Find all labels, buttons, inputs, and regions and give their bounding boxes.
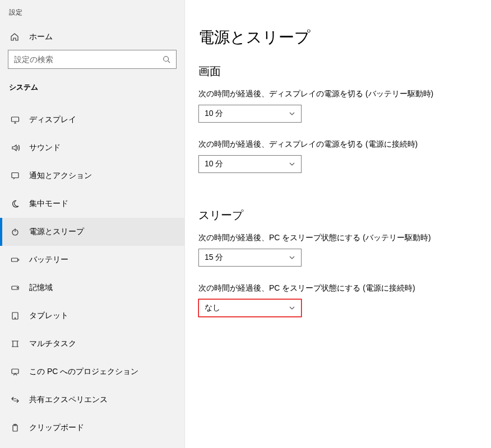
sidebar-category: システム [0, 79, 184, 100]
home-nav[interactable]: ホーム [0, 26, 184, 50]
svg-rect-4 [12, 258, 18, 262]
sleep-plugged-setting: 次の時間が経過後、PC をスリープ状態にする (電源に接続時) なし [198, 283, 478, 317]
sidebar-item-shared[interactable]: 共有エクスペリエンス [0, 386, 184, 414]
battery-icon [10, 255, 20, 264]
sidebar-item-display[interactable]: ディスプレイ [0, 106, 184, 134]
sidebar-item-label: 電源とスリープ [29, 227, 84, 237]
svg-point-0 [164, 57, 169, 62]
setting-label: 次の時間が経過後、ディスプレイの電源を切る (バッテリー駆動時) [198, 89, 478, 99]
notification-icon [10, 171, 20, 180]
chevron-down-icon [289, 254, 295, 261]
sound-icon [10, 143, 20, 152]
section-sleep-heading: スリープ [198, 208, 478, 223]
dropdown-value: 15 分 [205, 253, 223, 263]
dropdown-value: なし [205, 303, 220, 313]
sidebar-item-notifications[interactable]: 通知とアクション [0, 162, 184, 190]
sidebar-item-label: バッテリー [29, 255, 68, 265]
svg-rect-2 [12, 173, 18, 178]
sidebar-item-label: タブレット [29, 311, 68, 321]
svg-point-8 [15, 318, 15, 318]
sidebar-item-tablet[interactable]: タブレット [0, 302, 184, 330]
sidebar-item-storage[interactable]: 記憶域 [0, 274, 184, 302]
multitask-icon [10, 339, 20, 348]
sidebar: 設定 ホーム システム [0, 0, 185, 448]
sidebar-item-clipboard[interactable]: クリップボード [0, 414, 184, 442]
setting-label: 次の時間が経過後、PC をスリープ状態にする (電源に接続時) [198, 283, 478, 293]
sidebar-item-power[interactable]: 電源とスリープ [0, 218, 184, 246]
shared-icon [10, 395, 20, 404]
sleep-battery-dropdown[interactable]: 15 分 [198, 249, 302, 267]
sidebar-item-multitask[interactable]: マルチタスク [0, 330, 184, 358]
svg-rect-10 [13, 425, 17, 431]
sidebar-item-label: クリップボード [29, 423, 84, 433]
clipboard-icon [10, 423, 20, 432]
sleep-battery-setting: 次の時間が経過後、PC をスリープ状態にする (バッテリー駆動時) 15 分 [198, 233, 478, 267]
svg-rect-9 [12, 369, 18, 374]
sidebar-item-label: 記憶域 [29, 283, 53, 293]
main-content: 電源とスリープ 画面 次の時間が経過後、ディスプレイの電源を切る (バッテリー駆… [185, 0, 491, 448]
chevron-down-icon [289, 161, 295, 167]
display-icon [10, 115, 20, 124]
search-field[interactable] [14, 55, 163, 64]
home-icon [10, 32, 20, 41]
sidebar-nav: ディスプレイ サウンド 通知とアクション 集中モード [0, 106, 184, 442]
setting-label: 次の時間が経過後、PC をスリープ状態にする (バッテリー駆動時) [198, 233, 478, 243]
moon-icon [10, 199, 20, 208]
screen-battery-dropdown[interactable]: 10 分 [198, 105, 302, 123]
dropdown-value: 10 分 [205, 109, 223, 119]
sidebar-item-label: 通知とアクション [29, 171, 92, 181]
sidebar-item-label: この PC へのプロジェクション [29, 367, 138, 377]
search-input[interactable] [8, 50, 177, 69]
setting-label: 次の時間が経過後、ディスプレイの電源を切る (電源に接続時) [198, 139, 478, 150]
power-icon [10, 227, 20, 236]
sidebar-item-label: ディスプレイ [29, 115, 76, 125]
section-screen-heading: 画面 [198, 64, 478, 79]
sidebar-item-label: マルチタスク [29, 339, 76, 349]
sidebar-item-sound[interactable]: サウンド [0, 134, 184, 162]
app-title: 設定 [0, 6, 184, 26]
projection-icon [10, 367, 20, 376]
screen-battery-setting: 次の時間が経過後、ディスプレイの電源を切る (バッテリー駆動時) 10 分 [198, 89, 478, 123]
dropdown-value: 10 分 [205, 159, 223, 169]
sidebar-item-label: 共有エクスペリエンス [29, 395, 108, 405]
sidebar-item-battery[interactable]: バッテリー [0, 246, 184, 274]
sidebar-item-focus[interactable]: 集中モード [0, 190, 184, 218]
svg-point-6 [17, 287, 17, 288]
sidebar-item-label: 集中モード [29, 199, 68, 209]
search-icon [163, 55, 170, 63]
storage-icon [10, 283, 20, 292]
sidebar-item-projection[interactable]: この PC へのプロジェクション [0, 358, 184, 386]
screen-plugged-dropdown[interactable]: 10 分 [198, 155, 302, 173]
tablet-icon [10, 311, 20, 320]
svg-rect-1 [12, 117, 19, 122]
sleep-plugged-dropdown[interactable]: なし [198, 299, 302, 317]
sidebar-item-label: サウンド [29, 143, 61, 153]
chevron-down-icon [289, 305, 295, 311]
chevron-down-icon [289, 110, 295, 117]
page-title: 電源とスリープ [198, 27, 478, 48]
screen-plugged-setting: 次の時間が経過後、ディスプレイの電源を切る (電源に接続時) 10 分 [198, 139, 478, 173]
home-label: ホーム [29, 32, 53, 42]
